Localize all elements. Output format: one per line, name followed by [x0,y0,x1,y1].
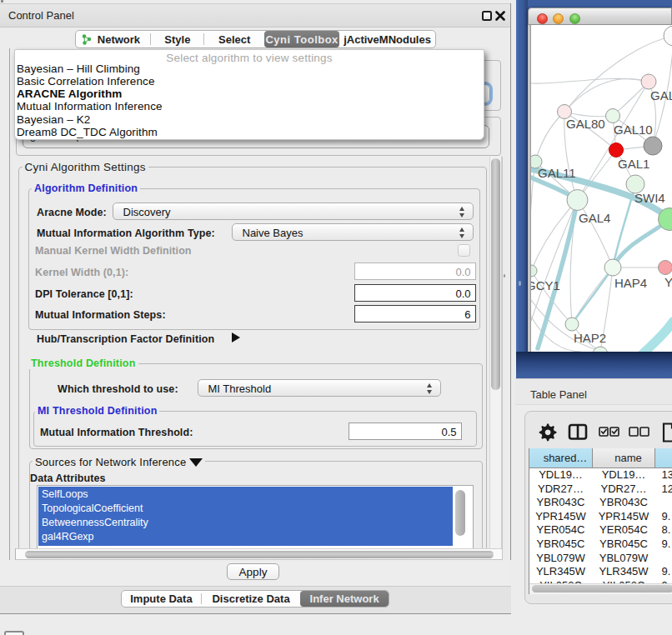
svg-text:GAL4: GAL4 [579,211,610,225]
svg-text:GAL10: GAL10 [614,122,653,137]
svg-text:GCY1: GCY1 [531,278,560,292]
svg-text:HAP4: HAP4 [614,276,647,290]
svg-text:GAL2: GAL2 [650,88,672,102]
svg-text:GAL1: GAL1 [618,157,649,171]
svg-text:SWI4: SWI4 [634,191,665,205]
svg-text:GAL11: GAL11 [538,166,576,180]
svg-text:Y: Y [664,275,672,289]
svg-text:HAP2: HAP2 [574,331,606,345]
svg-text:GAL80: GAL80 [566,117,605,131]
